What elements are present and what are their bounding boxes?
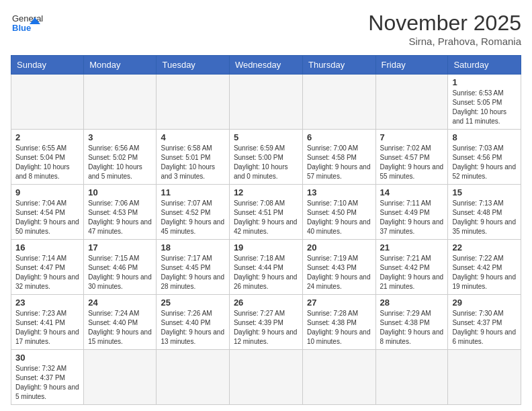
month-year-title: November 2025 bbox=[368, 11, 521, 36]
day-info: Sunrise: 7:03 AMSunset: 4:56 PMDaylight:… bbox=[452, 144, 517, 181]
calendar-cell: 20Sunrise: 7:19 AMSunset: 4:43 PMDayligh… bbox=[302, 240, 375, 295]
svg-text:General: General bbox=[12, 13, 43, 24]
calendar-cell: 30Sunrise: 7:32 AMSunset: 4:37 PMDayligh… bbox=[11, 350, 84, 405]
day-number: 22 bbox=[452, 242, 517, 253]
day-number: 4 bbox=[161, 132, 224, 142]
day-info: Sunrise: 7:28 AMSunset: 4:38 PMDaylight:… bbox=[307, 309, 371, 347]
day-number: 12 bbox=[234, 187, 298, 197]
day-number: 21 bbox=[380, 242, 444, 253]
calendar-cell: 18Sunrise: 7:17 AMSunset: 4:45 PMDayligh… bbox=[157, 240, 229, 295]
day-number: 19 bbox=[234, 242, 298, 253]
day-number: 7 bbox=[380, 132, 444, 142]
calendar-cell: 23Sunrise: 7:23 AMSunset: 4:41 PMDayligh… bbox=[11, 295, 84, 350]
day-info: Sunrise: 7:29 AMSunset: 4:38 PMDaylight:… bbox=[380, 309, 444, 347]
calendar-cell: 11Sunrise: 7:07 AMSunset: 4:52 PMDayligh… bbox=[157, 185, 229, 240]
weekday-header-row: SundayMondayTuesdayWednesdayThursdayFrid… bbox=[11, 56, 521, 75]
calendar-cell bbox=[302, 75, 375, 130]
calendar-cell: 26Sunrise: 7:27 AMSunset: 4:39 PMDayligh… bbox=[229, 295, 302, 350]
calendar-cell: 8Sunrise: 7:03 AMSunset: 4:56 PMDaylight… bbox=[448, 130, 521, 185]
day-info: Sunrise: 7:14 AMSunset: 4:47 PMDaylight:… bbox=[15, 254, 79, 291]
day-number: 10 bbox=[88, 187, 152, 197]
page-header: General Blue November 2025 Sirna, Prahov… bbox=[11, 11, 521, 47]
logo: General Blue bbox=[11, 11, 44, 36]
weekday-header-friday: Friday bbox=[375, 56, 448, 75]
calendar-cell bbox=[229, 75, 302, 130]
day-info: Sunrise: 7:02 AMSunset: 4:57 PMDaylight:… bbox=[380, 144, 444, 181]
calendar-week-row: 9Sunrise: 7:04 AMSunset: 4:54 PMDaylight… bbox=[11, 185, 521, 240]
day-number: 25 bbox=[161, 298, 224, 308]
day-number: 8 bbox=[452, 132, 517, 142]
weekday-header-sunday: Sunday bbox=[11, 56, 84, 75]
calendar-cell: 15Sunrise: 7:13 AMSunset: 4:48 PMDayligh… bbox=[448, 185, 521, 240]
logo-svg: General Blue bbox=[11, 11, 44, 36]
day-number: 26 bbox=[234, 298, 298, 308]
calendar-cell: 17Sunrise: 7:15 AMSunset: 4:46 PMDayligh… bbox=[84, 240, 157, 295]
calendar-cell bbox=[157, 75, 229, 130]
day-number: 5 bbox=[234, 132, 298, 142]
calendar-week-row: 30Sunrise: 7:32 AMSunset: 4:37 PMDayligh… bbox=[11, 350, 521, 405]
location-subtitle: Sirna, Prahova, Romania bbox=[368, 36, 521, 47]
calendar-cell bbox=[375, 350, 448, 405]
calendar-cell bbox=[375, 75, 448, 130]
day-number: 16 bbox=[15, 242, 79, 253]
calendar-cell: 16Sunrise: 7:14 AMSunset: 4:47 PMDayligh… bbox=[11, 240, 84, 295]
calendar-cell: 21Sunrise: 7:21 AMSunset: 4:42 PMDayligh… bbox=[375, 240, 448, 295]
calendar-cell: 13Sunrise: 7:10 AMSunset: 4:50 PMDayligh… bbox=[302, 185, 375, 240]
day-info: Sunrise: 7:04 AMSunset: 4:54 PMDaylight:… bbox=[15, 199, 79, 236]
calendar-cell: 10Sunrise: 7:06 AMSunset: 4:53 PMDayligh… bbox=[84, 185, 157, 240]
calendar-cell: 9Sunrise: 7:04 AMSunset: 4:54 PMDaylight… bbox=[11, 185, 84, 240]
calendar-cell: 22Sunrise: 7:22 AMSunset: 4:42 PMDayligh… bbox=[448, 240, 521, 295]
day-info: Sunrise: 6:53 AMSunset: 5:05 PMDaylight:… bbox=[452, 89, 517, 126]
calendar-cell: 25Sunrise: 7:26 AMSunset: 4:40 PMDayligh… bbox=[157, 295, 229, 350]
day-number: 15 bbox=[452, 187, 517, 197]
day-info: Sunrise: 7:00 AMSunset: 4:58 PMDaylight:… bbox=[307, 144, 371, 181]
day-info: Sunrise: 7:32 AMSunset: 4:37 PMDaylight:… bbox=[15, 364, 79, 402]
weekday-header-thursday: Thursday bbox=[302, 56, 375, 75]
day-info: Sunrise: 7:11 AMSunset: 4:49 PMDaylight:… bbox=[380, 199, 444, 236]
day-info: Sunrise: 7:26 AMSunset: 4:40 PMDaylight:… bbox=[161, 309, 224, 347]
svg-text:Blue: Blue bbox=[12, 23, 31, 33]
calendar-cell: 3Sunrise: 6:56 AMSunset: 5:02 PMDaylight… bbox=[84, 130, 157, 185]
day-info: Sunrise: 7:22 AMSunset: 4:42 PMDaylight:… bbox=[452, 254, 517, 291]
calendar-cell bbox=[157, 350, 229, 405]
calendar-cell bbox=[84, 350, 157, 405]
day-number: 2 bbox=[15, 132, 79, 142]
day-number: 30 bbox=[15, 353, 79, 363]
calendar-cell bbox=[229, 350, 302, 405]
calendar-cell: 2Sunrise: 6:55 AMSunset: 5:04 PMDaylight… bbox=[11, 130, 84, 185]
day-number: 18 bbox=[161, 242, 224, 253]
day-number: 1 bbox=[452, 77, 517, 87]
day-number: 13 bbox=[307, 187, 371, 197]
day-info: Sunrise: 7:08 AMSunset: 4:51 PMDaylight:… bbox=[234, 199, 298, 236]
title-block: November 2025 Sirna, Prahova, Romania bbox=[368, 11, 521, 47]
day-number: 11 bbox=[161, 187, 224, 197]
day-info: Sunrise: 7:10 AMSunset: 4:50 PMDaylight:… bbox=[307, 199, 371, 236]
calendar-cell bbox=[84, 75, 157, 130]
calendar-cell: 4Sunrise: 6:58 AMSunset: 5:01 PMDaylight… bbox=[157, 130, 229, 185]
day-number: 24 bbox=[88, 298, 152, 308]
calendar-cell bbox=[11, 75, 84, 130]
day-info: Sunrise: 7:17 AMSunset: 4:45 PMDaylight:… bbox=[161, 254, 224, 291]
calendar-table: SundayMondayTuesdayWednesdayThursdayFrid… bbox=[11, 55, 521, 405]
day-number: 3 bbox=[88, 132, 152, 142]
weekday-header-saturday: Saturday bbox=[448, 56, 521, 75]
calendar-week-row: 2Sunrise: 6:55 AMSunset: 5:04 PMDaylight… bbox=[11, 130, 521, 185]
day-info: Sunrise: 6:55 AMSunset: 5:04 PMDaylight:… bbox=[15, 144, 79, 181]
day-number: 29 bbox=[452, 298, 517, 308]
day-info: Sunrise: 7:24 AMSunset: 4:40 PMDaylight:… bbox=[88, 309, 152, 347]
day-info: Sunrise: 7:21 AMSunset: 4:42 PMDaylight:… bbox=[380, 254, 444, 291]
calendar-cell: 5Sunrise: 6:59 AMSunset: 5:00 PMDaylight… bbox=[229, 130, 302, 185]
calendar-cell: 24Sunrise: 7:24 AMSunset: 4:40 PMDayligh… bbox=[84, 295, 157, 350]
calendar-cell: 1Sunrise: 6:53 AMSunset: 5:05 PMDaylight… bbox=[448, 75, 521, 130]
calendar-cell: 7Sunrise: 7:02 AMSunset: 4:57 PMDaylight… bbox=[375, 130, 448, 185]
day-number: 27 bbox=[307, 298, 371, 308]
calendar-week-row: 23Sunrise: 7:23 AMSunset: 4:41 PMDayligh… bbox=[11, 295, 521, 350]
day-number: 14 bbox=[380, 187, 444, 197]
day-info: Sunrise: 7:15 AMSunset: 4:46 PMDaylight:… bbox=[88, 254, 152, 291]
calendar-cell: 12Sunrise: 7:08 AMSunset: 4:51 PMDayligh… bbox=[229, 185, 302, 240]
day-info: Sunrise: 6:56 AMSunset: 5:02 PMDaylight:… bbox=[88, 144, 152, 181]
weekday-header-monday: Monday bbox=[84, 56, 157, 75]
calendar-week-row: 1Sunrise: 6:53 AMSunset: 5:05 PMDaylight… bbox=[11, 75, 521, 130]
day-number: 20 bbox=[307, 242, 371, 253]
calendar-cell: 6Sunrise: 7:00 AMSunset: 4:58 PMDaylight… bbox=[302, 130, 375, 185]
